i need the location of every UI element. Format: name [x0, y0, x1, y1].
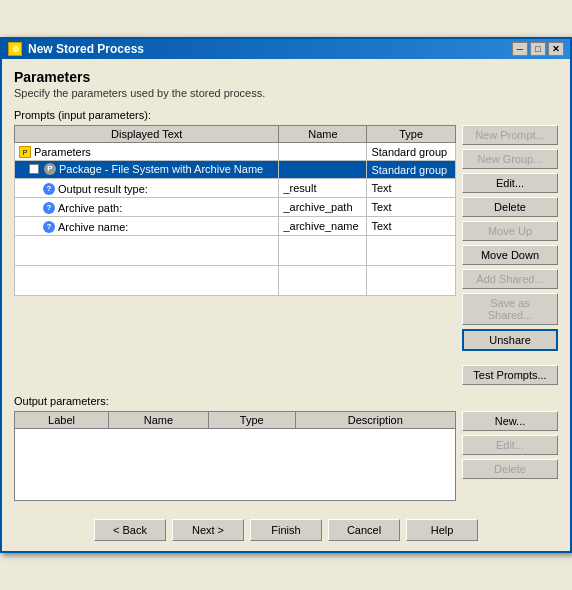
- output-section: Output parameters: Label Name Type Descr…: [14, 395, 558, 501]
- test-prompts-button[interactable]: Test Prompts...: [462, 365, 558, 385]
- output-buttons: New... Edit... Delete: [462, 411, 558, 501]
- output-area: Label Name Type Description New...: [14, 411, 558, 501]
- question-icon: ?: [43, 183, 55, 195]
- table-row[interactable]: ? Archive name: _archive_name Text: [15, 217, 456, 236]
- row-text: ? Output result type:: [15, 179, 279, 198]
- row-name: _result: [279, 179, 367, 198]
- new-group-button[interactable]: New Group...: [462, 149, 558, 169]
- main-window: ⚙ New Stored Process ─ □ ✕ Parameters Sp…: [0, 37, 572, 553]
- minimize-button[interactable]: ─: [512, 42, 528, 56]
- table-row[interactable]: P Package - File System with Archive Nam…: [15, 161, 456, 179]
- content-area: Parameters Specify the parameters used b…: [2, 59, 570, 511]
- separator: [462, 355, 558, 361]
- row-type: Standard group: [367, 161, 456, 179]
- row-name: [279, 161, 367, 179]
- output-new-button[interactable]: New...: [462, 411, 558, 431]
- out-col-name: Name: [109, 412, 209, 429]
- close-button[interactable]: ✕: [548, 42, 564, 56]
- help-button[interactable]: Help: [406, 519, 478, 541]
- new-prompt-button[interactable]: New Prompt...: [462, 125, 558, 145]
- row-text: ? Archive path:: [15, 198, 279, 217]
- row-type: Text: [367, 217, 456, 236]
- window-title: New Stored Process: [28, 42, 144, 56]
- row-label: Output result type:: [58, 183, 148, 195]
- page-subtitle: Specify the parameters used by the store…: [14, 87, 558, 99]
- move-down-button[interactable]: Move Down: [462, 245, 558, 265]
- edit-button[interactable]: Edit...: [462, 173, 558, 193]
- row-label: Archive name:: [58, 221, 128, 233]
- output-table: Label Name Type Description: [14, 411, 456, 501]
- row-name: _archive_path: [279, 198, 367, 217]
- col-name: Name: [279, 126, 367, 143]
- maximize-button[interactable]: □: [530, 42, 546, 56]
- back-button[interactable]: < Back: [94, 519, 166, 541]
- finish-button[interactable]: Finish: [250, 519, 322, 541]
- prompts-table-section: Displayed Text Name Type P Parameters: [14, 125, 456, 385]
- title-bar-controls: ─ □ ✕: [512, 42, 564, 56]
- add-shared-button[interactable]: Add Shared...: [462, 269, 558, 289]
- table-row[interactable]: ? Archive path: _archive_path Text: [15, 198, 456, 217]
- table-row[interactable]: ? Output result type: _result Text: [15, 179, 456, 198]
- row-label: Package - File System with Archive Name: [59, 163, 263, 175]
- output-section-label: Output parameters:: [14, 395, 558, 407]
- main-area: Displayed Text Name Type P Parameters: [14, 125, 558, 385]
- title-bar-left: ⚙ New Stored Process: [8, 42, 144, 56]
- row-name: [279, 143, 367, 161]
- output-edit-button[interactable]: Edit...: [462, 435, 558, 455]
- table-row[interactable]: P Parameters Standard group: [15, 143, 456, 161]
- page-title: Parameters: [14, 69, 558, 85]
- out-col-type: Type: [208, 412, 295, 429]
- empty-row: [15, 429, 456, 501]
- row-text: P Parameters: [15, 143, 279, 161]
- row-text: ? Archive name:: [15, 217, 279, 236]
- delete-button[interactable]: Delete: [462, 197, 558, 217]
- row-name: _archive_name: [279, 217, 367, 236]
- next-button[interactable]: Next >: [172, 519, 244, 541]
- params-icon: P: [19, 146, 31, 158]
- window-icon: ⚙: [8, 42, 22, 56]
- row-label: Parameters: [34, 146, 91, 158]
- output-delete-button[interactable]: Delete: [462, 459, 558, 479]
- move-up-button[interactable]: Move Up: [462, 221, 558, 241]
- col-displayed-text: Displayed Text: [15, 126, 279, 143]
- row-label: Archive path:: [58, 202, 122, 214]
- empty-row: [15, 236, 456, 266]
- footer: < Back Next > Finish Cancel Help: [2, 511, 570, 551]
- unshare-button[interactable]: Unshare: [462, 329, 558, 351]
- prompts-table: Displayed Text Name Type P Parameters: [14, 125, 456, 296]
- question-icon: ?: [43, 221, 55, 233]
- title-bar: ⚙ New Stored Process ─ □ ✕: [2, 39, 570, 59]
- row-type: Text: [367, 179, 456, 198]
- cancel-button[interactable]: Cancel: [328, 519, 400, 541]
- save-as-shared-button[interactable]: Save as Shared...: [462, 293, 558, 325]
- out-col-desc: Description: [295, 412, 455, 429]
- row-type: Standard group: [367, 143, 456, 161]
- empty-row: [15, 266, 456, 296]
- question-icon: ?: [43, 202, 55, 214]
- row-type: Text: [367, 198, 456, 217]
- pkg-checkbox: [29, 164, 39, 174]
- pkg-icon: P: [44, 163, 56, 175]
- prompts-section-label: Prompts (input parameters):: [14, 109, 558, 121]
- col-type: Type: [367, 126, 456, 143]
- out-col-label: Label: [15, 412, 109, 429]
- row-text: P Package - File System with Archive Nam…: [15, 161, 279, 179]
- prompts-buttons: New Prompt... New Group... Edit... Delet…: [462, 125, 558, 385]
